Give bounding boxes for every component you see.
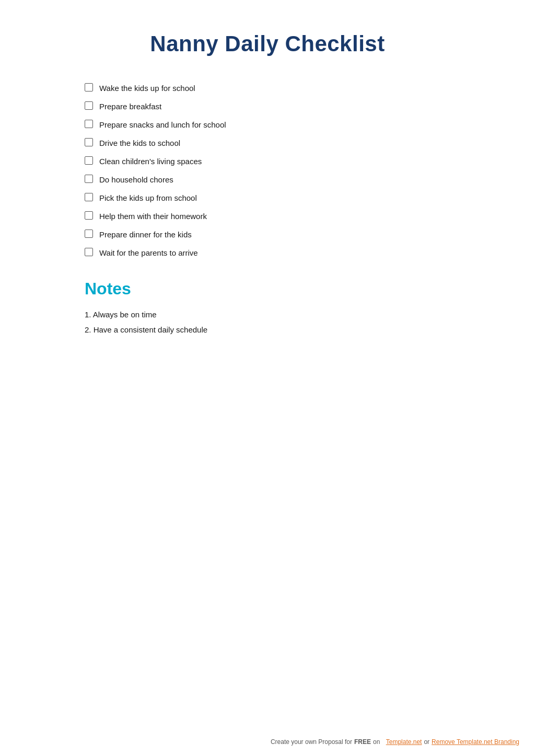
checkbox-icon[interactable] xyxy=(85,193,93,201)
checklist-item-label: Wait for the parents to arrive xyxy=(99,247,198,258)
footer-mid: on xyxy=(373,738,380,746)
checklist-item-label: Wake the kids up for school xyxy=(99,83,195,94)
notes-item: 1. Always be on time xyxy=(85,309,450,321)
checklist-item-label: Clean children's living spaces xyxy=(99,156,202,167)
page-container: Nanny Daily Checklist Wake the kids up f… xyxy=(43,0,492,391)
checklist-item-label: Prepare breakfast xyxy=(99,101,161,112)
footer-prefix: Create your own Proposal for xyxy=(271,738,352,746)
checklist-item: Wait for the parents to arrive xyxy=(85,247,450,258)
checkbox-icon[interactable] xyxy=(85,120,93,128)
footer-link2[interactable]: Remove Template.net Branding xyxy=(432,738,519,746)
notes-item: 2. Have a consistent daily schedule xyxy=(85,324,450,336)
checklist-item: Clean children's living spaces xyxy=(85,156,450,167)
footer-link1[interactable]: Template.net xyxy=(386,738,422,746)
checklist-item: Prepare dinner for the kids xyxy=(85,229,450,240)
checklist-item: Help them with their homework xyxy=(85,211,450,222)
checklist-item-label: Prepare dinner for the kids xyxy=(99,229,192,240)
footer-separator: or xyxy=(424,738,429,746)
page-title: Nanny Daily Checklist xyxy=(85,31,450,56)
checkbox-icon[interactable] xyxy=(85,156,93,165)
checklist: Wake the kids up for schoolPrepare break… xyxy=(85,83,450,258)
checklist-item-label: Drive the kids to school xyxy=(99,138,180,148)
footer-bold: FREE xyxy=(354,738,371,746)
checkbox-icon[interactable] xyxy=(85,211,93,220)
checkbox-icon[interactable] xyxy=(85,248,93,256)
checklist-item: Pick the kids up from school xyxy=(85,192,450,203)
notes-section: Notes 1. Always be on time2. Have a cons… xyxy=(85,279,450,336)
checklist-item-label: Prepare snacks and lunch for school xyxy=(99,119,226,130)
checklist-item: Do household chores xyxy=(85,174,450,185)
checklist-item-label: Pick the kids up from school xyxy=(99,192,197,203)
checklist-item: Prepare snacks and lunch for school xyxy=(85,119,450,130)
checklist-item: Wake the kids up for school xyxy=(85,83,450,94)
footer: Create your own Proposal for FREE on Tem… xyxy=(271,738,519,746)
checkbox-icon[interactable] xyxy=(85,138,93,146)
checklist-item: Prepare breakfast xyxy=(85,101,450,112)
checklist-item-label: Help them with their homework xyxy=(99,211,207,222)
checkbox-icon[interactable] xyxy=(85,230,93,238)
checklist-item-label: Do household chores xyxy=(99,174,173,185)
notes-list: 1. Always be on time2. Have a consistent… xyxy=(85,309,450,336)
checkbox-icon[interactable] xyxy=(85,101,93,110)
checkbox-icon[interactable] xyxy=(85,175,93,183)
notes-title: Notes xyxy=(85,279,450,299)
checklist-item: Drive the kids to school xyxy=(85,138,450,148)
checkbox-icon[interactable] xyxy=(85,83,93,91)
